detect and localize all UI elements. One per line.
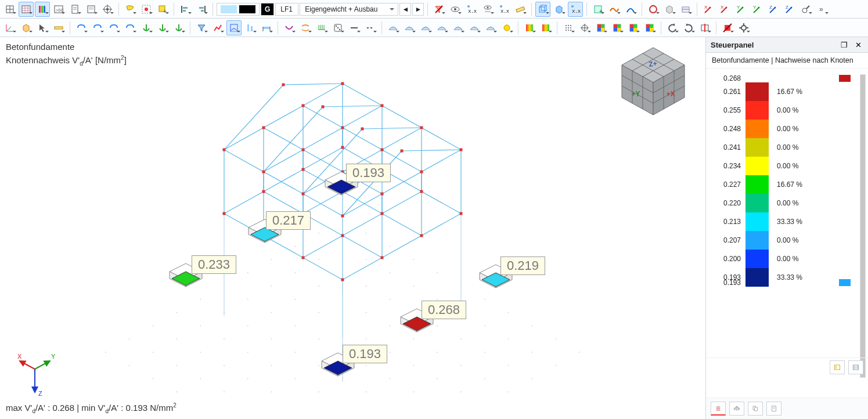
options-a-icon[interactable] [830,360,845,374]
beam-result-d-icon[interactable] [434,20,449,35]
dash-b-icon[interactable] [363,20,378,35]
envelope-icon[interactable] [298,20,313,35]
toggle-visibility-icon[interactable] [448,2,463,17]
anchor-b-icon[interactable] [155,20,170,35]
toggle-dim-icon[interactable] [480,2,495,17]
settings-gear-icon[interactable] [736,20,751,35]
model-viewport[interactable]: Betonfundamente Knotennachweis V'd/A' [N… [0,37,705,419]
svg-rect-317 [223,149,226,151]
moment-diagram-icon[interactable] [226,20,242,35]
load-case-select[interactable]: Eigengewicht + Ausbau [300,3,398,16]
clip-box-icon[interactable] [662,2,677,17]
legend-scrollbar[interactable] [860,74,866,378]
node-select-icon[interactable] [139,2,154,17]
svg-point-231 [247,325,248,326]
panel-undock-button[interactable]: ❐ [839,39,849,50]
add-select-icon[interactable]: + [155,2,170,17]
tab-cards-icon[interactable] [748,402,763,416]
measure-icon[interactable] [513,2,528,17]
panel-close-button[interactable]: ✕ [853,39,863,50]
view-colormap-icon[interactable] [35,2,50,17]
tab-page-icon[interactable] [766,402,781,416]
mesh-dots-icon[interactable] [561,20,576,35]
wireframe-box-icon[interactable] [535,2,550,17]
beam-result-b-icon[interactable] [402,20,417,35]
script-console-icon[interactable]: >SC [51,2,66,17]
print-layout-icon[interactable] [84,2,99,17]
beam-result-c-icon[interactable] [418,20,433,35]
link-d-icon[interactable] [123,20,138,35]
redo-arc-icon[interactable] [681,20,696,35]
box-tool-icon[interactable] [19,20,34,35]
dash-a-icon[interactable] [347,20,362,35]
beam-result-a-icon[interactable] [386,20,401,35]
section-bend-icon[interactable] [623,2,638,17]
view-grid-icon[interactable] [19,2,34,17]
view-model-icon[interactable] [2,2,17,17]
options-b-icon[interactable] [848,360,863,374]
link-b-icon[interactable] [90,20,105,35]
shaded-dim-icon[interactable]: x.xx [568,2,583,17]
chart-line-icon[interactable] [210,20,225,35]
contour-a-icon[interactable] [522,20,537,35]
mesh-color-c-icon[interactable] [626,20,641,35]
svg-point-252 [176,365,177,366]
dim-real-precise-icon[interactable]: x.xx [464,2,479,17]
load-case-next-button[interactable]: ► [412,3,424,16]
align-right-spacing-icon[interactable] [194,2,209,17]
stop-square-icon[interactable] [720,20,735,35]
clear-filter-icon[interactable] [431,2,446,17]
axis-plus-z-icon[interactable]: Z [766,2,781,17]
contour-b-icon[interactable] [538,20,553,35]
deflection-icon[interactable] [282,20,297,35]
section-view-icon[interactable] [697,20,712,35]
target-icon[interactable] [100,2,115,17]
link-c-icon[interactable] [106,20,121,35]
uniform-load-icon[interactable] [314,20,329,35]
mesh-target-icon[interactable] [577,20,592,35]
svg-marker-54 [667,6,672,13]
microscope-icon[interactable] [798,2,813,17]
mesh-color-b-icon[interactable] [610,20,625,35]
axis-minus-z-icon[interactable]: Z [782,2,797,17]
undo-arc-icon[interactable] [665,20,680,35]
clip-custom-icon[interactable] [678,2,693,17]
axis-minus-y-icon[interactable]: Y [750,2,765,17]
section-along-icon[interactable] [607,2,622,17]
axis-plus-x-icon[interactable]: X [701,2,716,17]
filter-icon[interactable] [194,20,209,35]
svg-point-218 [437,378,438,380]
load-case-prev-button[interactable]: ◄ [399,3,411,16]
beam-result-f-icon[interactable] [467,20,482,35]
svg-line-291 [283,84,343,85]
page-setup-icon[interactable] [67,2,82,17]
tab-balance-icon[interactable] [729,402,744,416]
axis-plus-y-icon[interactable]: Y [733,2,748,17]
coord-system-icon[interactable] [2,20,17,35]
circle-yellow-icon[interactable] [499,20,514,35]
beam-diagram-icon[interactable] [259,20,274,35]
dim-real-icon[interactable]: x.xx [496,2,512,17]
clip-plane-icon[interactable] [646,2,661,17]
align-left-spacing-icon[interactable] [178,2,193,17]
shaded-box-icon[interactable] [552,2,567,17]
mesh-color-d-icon[interactable] [642,20,657,35]
load-case-code[interactable]: LF1 [275,3,298,16]
ruler-tool-icon[interactable] [51,20,66,35]
beam-result-g-icon[interactable] [483,20,498,35]
anchor-c-icon[interactable] [171,20,186,35]
axis-minus-x-icon[interactable]: X [717,2,732,17]
svg-text:Z: Z [786,5,788,10]
column-diagram-icon[interactable] [243,20,258,35]
anchor-a-icon[interactable] [139,20,154,35]
load-color-swatch[interactable] [217,3,260,16]
link-a-icon[interactable] [74,20,89,35]
tab-list-icon[interactable] [711,402,726,416]
new-section-icon[interactable]: + [590,2,606,17]
dice-icon[interactable] [330,20,345,35]
pointer-setting-icon[interactable] [35,20,50,35]
lasso-select-icon[interactable] [123,2,138,17]
more-axis-icon[interactable]: » [815,2,830,17]
beam-result-e-icon[interactable] [451,20,466,35]
mesh-color-a-icon[interactable] [593,20,608,35]
